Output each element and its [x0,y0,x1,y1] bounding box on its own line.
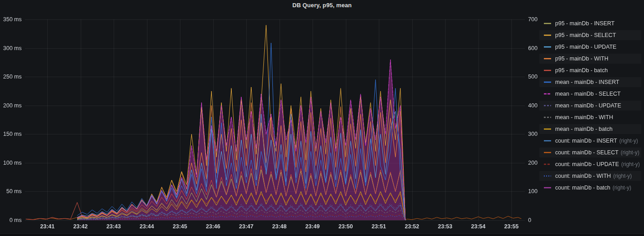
legend-swatch-line [544,175,551,177]
legend-swatch-line [544,116,551,118]
right-axis-tick-label: 300 [528,130,538,138]
legend-item-mean-select[interactable]: mean - mainDb - SELECT [539,89,641,99]
legend-label: count: mainDb - INSERT [555,138,617,144]
left-axis-tick-label: 100 ms [0,159,22,167]
x-axis-tick-label: 23:53 [433,223,457,230]
legend-swatch-line [544,152,551,153]
legend-swatch-line [544,81,551,83]
legend-item-count-with[interactable]: count: mainDb - WITH(right-y) [539,171,641,181]
x-axis-tick-label: 23:41 [36,223,59,230]
legend-swatch-line [544,58,551,60]
legend-label: count: mainDb - SELECT [555,149,618,156]
x-axis-tick-label: 23:49 [301,223,324,230]
x-axis-tick-label: 23:50 [334,223,358,230]
legend-swatch-line [544,93,551,95]
legend-right-y-note: (right-y) [621,161,639,167]
right-axis-tick-label: 0 [528,217,531,224]
legend-label: p95 - mainDb - SELECT [555,32,616,38]
legend-swatch-line [544,69,551,71]
right-axis-tick-label: 700 [528,16,538,23]
legend-swatch-line [544,105,551,106]
legend-swatch-line [544,163,551,165]
legend-right-y-note: (right-y) [621,149,639,156]
legend-label: p95 - mainDb - WITH [555,56,608,62]
legend-label: count: mainDb - WITH [555,173,611,179]
x-axis-tick-label: 23:44 [135,223,159,230]
legend-item-mean-insert[interactable]: mean - mainDb - INSERT [539,77,641,87]
legend-label: mean - mainDb - UPDATE [555,102,621,109]
right-axis-tick-label: 500 [528,73,538,80]
legend-right-y-note: (right-y) [612,185,631,191]
left-axis-tick-label: 150 ms [0,130,22,138]
legend-swatch-line [544,187,551,189]
legend-label: count: mainDb - UPDATE [555,161,619,167]
legend-label: mean - mainDb - SELECT [555,91,621,97]
legend-item-count-select[interactable]: count: mainDb - SELECT(right-y) [539,148,641,157]
legend-label: mean - mainDb - WITH [555,114,613,120]
legend-item-p95-batch[interactable]: p95 - mainDb - batch [539,65,641,75]
legend-item-p95-select[interactable]: p95 - mainDb - SELECT [539,30,641,40]
chart-legend: p95 - mainDb - INSERTp95 - mainDb - SELE… [539,19,641,194]
legend-item-mean-with[interactable]: mean - mainDb - WITH [539,112,641,122]
x-axis-tick-label: 23:52 [400,223,424,230]
x-axis-tick-label: 23:45 [168,223,192,230]
legend-label: mean - mainDb - batch [555,126,612,132]
right-axis-tick-label: 200 [528,159,538,167]
right-axis-tick-label: 400 [528,102,538,109]
legend-right-y-note: (right-y) [613,173,632,179]
legend-item-p95-insert[interactable]: p95 - mainDb - INSERT [539,19,641,28]
legend-item-count-insert[interactable]: count: mainDb - INSERT(right-y) [539,136,641,146]
x-axis-tick-label: 23:48 [268,223,291,230]
left-axis-tick-label: 350 ms [0,16,22,23]
x-axis-tick-label: 23:43 [102,223,125,230]
legend-right-y-note: (right-y) [619,138,638,144]
x-axis-tick-label: 23:55 [500,223,523,230]
legend-label: p95 - mainDb - INSERT [555,20,615,27]
right-axis-tick-label: 600 [528,45,538,52]
legend-item-mean-update[interactable]: mean - mainDb - UPDATE [539,101,641,111]
x-axis-tick-label: 23:42 [69,223,92,230]
legend-label: p95 - mainDb - batch [555,67,608,74]
legend-item-p95-update[interactable]: p95 - mainDb - UPDATE [539,42,641,52]
x-axis-tick-label: 23:47 [235,223,258,230]
x-axis-tick-label: 23:51 [367,223,391,230]
legend-swatch-line [544,128,551,130]
left-axis-tick-label: 0 ms [0,217,22,224]
right-axis-tick-label: 100 [528,188,538,195]
x-axis-tick-label: 23:54 [467,223,490,230]
legend-label: mean - mainDb - INSERT [555,79,619,85]
legend-swatch-line [544,140,551,142]
panel-bottom-edge [0,233,644,236]
legend-item-mean-batch[interactable]: mean - mainDb - batch [539,124,641,134]
legend-item-p95-with[interactable]: p95 - mainDb - WITH [539,54,641,64]
legend-label: count: mainDb - batch [555,185,610,191]
left-axis-tick-label: 300 ms [0,45,22,52]
legend-swatch-line [544,46,551,48]
legend-item-count-batch[interactable]: count: mainDb - batch(right-y) [539,183,641,193]
x-axis-tick-label: 23:46 [202,223,225,230]
left-axis-tick-label: 200 ms [0,102,22,109]
legend-swatch-line [544,34,551,36]
dashboard-panel: DB Query, p95, mean 0 ms50 ms100 ms150 m… [0,0,644,236]
legend-swatch-line [544,23,551,24]
left-axis-tick-label: 250 ms [0,73,22,80]
left-axis-tick-label: 50 ms [0,188,22,195]
legend-item-count-update[interactable]: count: mainDb - UPDATE(right-y) [539,159,641,169]
legend-label: p95 - mainDb - UPDATE [555,44,616,50]
